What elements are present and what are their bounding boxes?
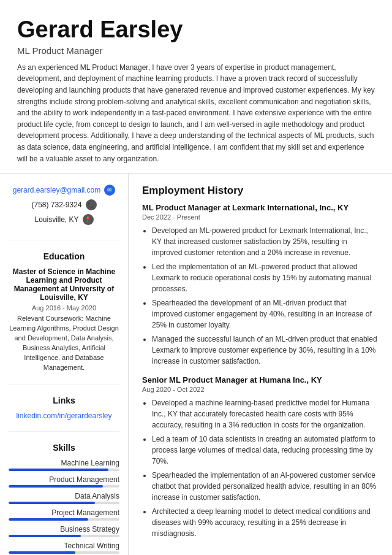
phone-text: (758) 732-9324: [31, 201, 81, 209]
skill-name: Machine Learning: [9, 459, 119, 467]
header-section: Gerard Earsley ML Product Manager As an …: [0, 0, 392, 174]
skill-bar-bg: [9, 502, 119, 504]
education-degree: Master of Science in Machine Learning an…: [9, 267, 119, 302]
phone-item: (758) 732-9324 📞: [9, 199, 119, 210]
skill-name: Product Management: [9, 475, 119, 484]
bullet: Led the implementation of an ML-powered …: [152, 261, 379, 294]
links-section: Links linkedin.com/in/gerardearsley: [9, 396, 119, 432]
courses-label: Relevant Coursework:: [17, 315, 83, 322]
job-dates: Dec 2022 - Present: [142, 213, 379, 221]
skill-item: Project Management: [9, 508, 119, 521]
skills-section: Skills Machine Learning Product Manageme…: [9, 443, 119, 555]
skill-name: Technical Writing: [9, 542, 119, 550]
skill-item: Business Strategy: [9, 525, 119, 537]
summary-text: As an experienced ML Product Manager, I …: [17, 62, 375, 164]
skill-name: Business Strategy: [9, 525, 119, 534]
location-item: Louisville, KY 📍: [9, 214, 119, 225]
skill-bar-bg: [9, 469, 119, 471]
skill-bar-fill: [9, 485, 103, 488]
contact-section: gerard.earsley@gmail.com ✉ (758) 732-932…: [9, 185, 119, 240]
body-section: gerard.earsley@gmail.com ✉ (758) 732-932…: [0, 174, 392, 555]
job-bullets: Developed an ML-powered product for Lexm…: [142, 225, 379, 367]
skill-bar-bg: [9, 551, 119, 554]
skill-bar-fill: [9, 469, 108, 471]
job-block: ML Product Manager at Lexmark Internatio…: [142, 203, 379, 367]
links-heading: Links: [9, 396, 119, 405]
skill-bar-bg: [9, 518, 119, 521]
skill-bar-fill: [9, 518, 88, 521]
linkedin-link[interactable]: linkedin.com/in/gerardearsley: [9, 411, 119, 420]
jobs-list: ML Product Manager at Lexmark Internatio…: [142, 203, 379, 539]
bullet: Developed an ML-powered product for Lexm…: [152, 225, 379, 258]
skill-name: Data Analysis: [9, 492, 119, 500]
job-dates: Aug 2020 - Oct 2022: [142, 386, 379, 393]
education-courses: Relevant Coursework: Machine Learning Al…: [9, 314, 119, 373]
email-icon: ✉: [104, 185, 115, 196]
skill-bar-bg: [9, 535, 119, 537]
email-link[interactable]: gerard.earsley@gmail.com: [13, 186, 101, 194]
education-dates: Aug 2016 - May 2020: [9, 304, 119, 312]
bullet: Spearheaded the development of an ML-dri…: [152, 297, 379, 331]
skill-name: Project Management: [9, 508, 119, 517]
skills-list: Machine Learning Product Management Data…: [9, 459, 119, 555]
skill-bar-fill: [9, 551, 75, 554]
location-text: Louisville, KY: [34, 215, 78, 224]
job-block: Senior ML Product Manager at Humana Inc.…: [142, 375, 379, 539]
skill-bar-fill: [9, 502, 95, 504]
job-role: ML Product Manager at Lexmark Internatio…: [142, 203, 379, 212]
skills-heading: Skills: [9, 443, 119, 453]
job-bullets: Developed a machine learning-based predi…: [142, 397, 379, 539]
employment-section: Employment History ML Product Manager at…: [142, 185, 379, 555]
location-icon: 📍: [83, 214, 94, 225]
bullet: Spearheaded the implementation of an AI-…: [152, 470, 379, 503]
resume-page: Gerard Earsley ML Product Manager As an …: [0, 0, 392, 555]
education-section: Education Master of Science in Machine L…: [9, 251, 119, 385]
skill-bar-fill: [9, 535, 81, 537]
bullet: Led a team of 10 data scientists in crea…: [152, 434, 379, 467]
skill-item: Machine Learning: [9, 459, 119, 471]
education-heading: Education: [9, 251, 119, 261]
employment-heading: Employment History: [142, 185, 379, 197]
skill-bar-bg: [9, 485, 119, 488]
job-title: ML Product Manager: [17, 45, 375, 56]
bullet: Developed a machine learning-based predi…: [152, 397, 379, 431]
email-item: gerard.earsley@gmail.com ✉: [9, 185, 119, 196]
main-content: Employment History ML Product Manager at…: [129, 174, 392, 555]
skill-item: Product Management: [9, 475, 119, 488]
sidebar: gerard.earsley@gmail.com ✉ (758) 732-932…: [0, 174, 129, 555]
skill-item: Technical Writing: [9, 542, 119, 554]
skill-item: Data Analysis: [9, 492, 119, 504]
bullet: Managed the successful launch of an ML-d…: [152, 334, 379, 367]
bullet: Architected a deep learning model to det…: [152, 506, 379, 539]
phone-icon: 📞: [86, 199, 97, 210]
job-role: Senior ML Product Manager at Humana Inc.…: [142, 375, 379, 385]
candidate-name: Gerard Earsley: [17, 17, 375, 43]
courses-text: Machine Learning Algorithms, Product Des…: [9, 315, 119, 371]
